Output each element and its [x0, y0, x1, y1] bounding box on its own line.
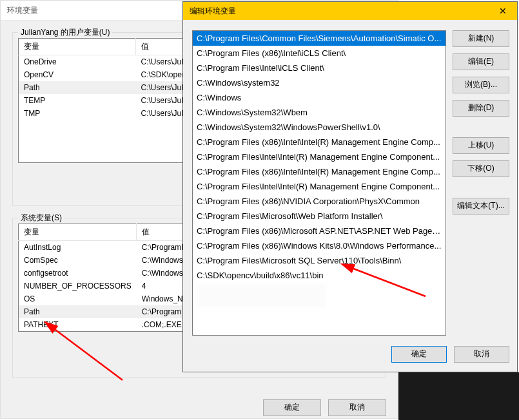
dialog-footer: 确定 取消 [386, 346, 509, 363]
list-item[interactable]: C:\Windows\System32\Wbem [193, 105, 446, 120]
edit-button[interactable]: 编辑(E) [453, 53, 509, 70]
move-down-button[interactable]: 下移(O) [453, 160, 509, 177]
list-item[interactable]: C:\Program Files\Microsoft SQL Server\11… [193, 253, 446, 268]
list-item[interactable]: C:\Windows\System32\WindowsPowerShell\v1… [193, 120, 446, 135]
edit-titlebar[interactable]: 编辑环境变量 ✕ [183, 2, 517, 20]
cancel-button[interactable]: 取消 [328, 399, 386, 416]
browse-button[interactable]: 浏览(B)... [453, 77, 509, 93]
list-item[interactable]: C:\Program Files\Common Files\Siemens\Au… [193, 31, 446, 46]
list-item[interactable]: C:\Program Files\Intel\Intel(R) Manageme… [193, 149, 446, 164]
path-listbox[interactable]: C:\Program Files\Common Files\Siemens\Au… [192, 30, 446, 336]
user-vars-label: JulianYang 的用户变量(U) [18, 27, 112, 38]
list-item[interactable]: C:\Program Files (x86)\Microsoft ASP.NET… [193, 224, 446, 238]
list-item[interactable]: C:\Program Files\Microsoft\Web Platform … [193, 209, 446, 224]
ok-button[interactable]: 确定 [263, 399, 321, 416]
col-var[interactable]: 变量 [19, 224, 137, 241]
list-item[interactable]: C:\Program Files\Intel\Intel(R) Manageme… [193, 179, 446, 194]
side-buttons: 新建(N) 编辑(E) 浏览(B)... 删除(D) 上移(U) 下移(O) 编… [453, 30, 509, 221]
close-icon[interactable]: ✕ [488, 2, 517, 20]
redacted-area [197, 284, 326, 307]
list-item[interactable]: C:\Program Files (x86)\Windows Kits\8.0\… [193, 238, 446, 253]
edit-title: 编辑环境变量 [190, 6, 236, 17]
edit-text-button[interactable]: 编辑文本(T)... [453, 198, 509, 215]
delete-button[interactable]: 删除(D) [453, 100, 509, 117]
cancel-button[interactable]: 取消 [454, 346, 509, 363]
list-item[interactable]: C:\Program Files (x86)\Intel\iCLS Client… [193, 46, 446, 61]
background-strip [398, 372, 519, 420]
new-button[interactable]: 新建(N) [453, 30, 509, 47]
list-item[interactable]: C:\Windows [193, 90, 446, 105]
ok-button[interactable]: 确定 [391, 346, 447, 363]
list-item[interactable]: C:\Program Files (x86)\Intel\Intel(R) Ma… [193, 135, 446, 149]
col-var[interactable]: 变量 [19, 39, 136, 55]
edit-env-var-dialog: 编辑环境变量 ✕ C:\Program Files\Common Files\S… [182, 1, 518, 372]
list-item[interactable]: C:\SDK\opencv\build\x86\vc11\bin [193, 268, 446, 283]
list-item[interactable]: C:\Program Files (x86)\Intel\Intel(R) Ma… [193, 164, 446, 179]
move-up-button[interactable]: 上移(U) [453, 137, 509, 154]
list-item[interactable]: C:\Program Files (x86)\NVIDIA Corporatio… [193, 194, 446, 209]
list-item[interactable]: C:\Program Files\Intel\iCLS Client\ [193, 61, 446, 75]
system-vars-label: 系统变量(S) [18, 213, 64, 224]
list-item[interactable]: C:\Windows\system32 [193, 75, 446, 90]
